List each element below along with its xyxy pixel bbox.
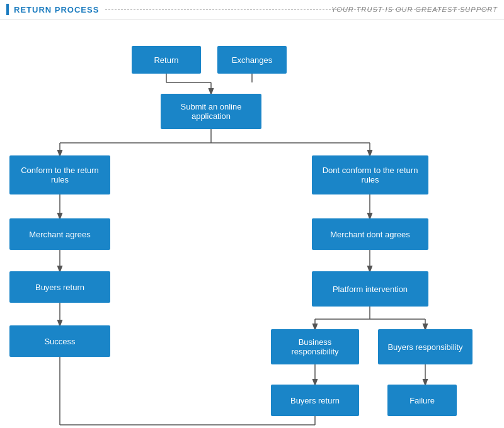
page-header: RETURN PROCESS YOUR TRUST IS OUR GREATES… <box>0 0 504 20</box>
buyers-responsibility-box: Buyers responsibility <box>378 329 472 364</box>
return-box: Return <box>132 46 201 74</box>
merchant-dont-box: Merchant dont agrees <box>312 218 428 250</box>
buyers-return-right-box: Buyers return <box>271 385 359 416</box>
dont-conform-box: Dont conform to the return rules <box>312 155 428 194</box>
merchant-agrees-box: Merchant agrees <box>9 218 110 250</box>
submit-box: Submit an online application <box>161 94 261 129</box>
conform-box: Conform to the return rules <box>9 155 110 194</box>
success-box: Success <box>9 325 110 357</box>
buyers-return-left-box: Buyers return <box>9 271 110 303</box>
header-accent <box>6 4 9 15</box>
page-title: RETURN PROCESS <box>14 5 99 14</box>
exchanges-box: Exchanges <box>217 46 287 74</box>
flowchart: Return Exchanges Submit an online applic… <box>0 20 504 427</box>
failure-box: Failure <box>387 385 457 416</box>
business-responsibility-box: Business responsibility <box>271 329 359 364</box>
platform-box: Platform intervention <box>312 271 428 307</box>
header-tagline: YOUR TRUST IS OUR GREATEST SUPPORT <box>331 6 498 13</box>
